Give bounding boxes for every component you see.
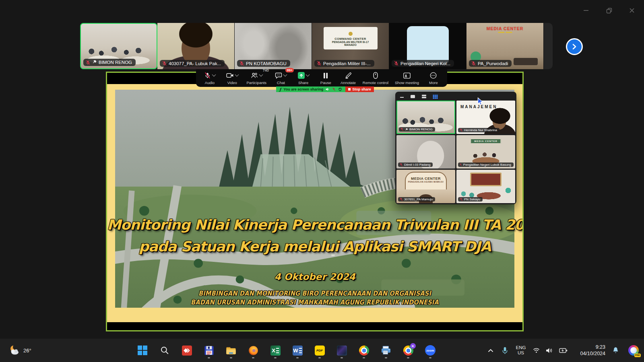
- participants-button[interactable]: 740 Participants: [246, 72, 266, 85]
- participant-name-pill: Dilmil I-03 Padang: [398, 162, 433, 167]
- chrome-profile-button[interactable]: K: [403, 345, 413, 356]
- wifi-button[interactable]: [530, 348, 543, 353]
- chat-options-chevron[interactable]: [283, 73, 287, 77]
- participant-name-pill: BIMON RENOG: [399, 127, 435, 132]
- video-thumbnail-lubuk-pakam[interactable]: 403077_PA- Lubuk Pak...: [157, 23, 235, 69]
- battery-button[interactable]: [555, 348, 571, 353]
- security-shield-icon[interactable]: [338, 87, 342, 91]
- annotate-button[interactable]: Annotate: [340, 72, 356, 85]
- window-minimize-button[interactable]: [578, 5, 594, 16]
- participants-count: 740: [263, 68, 269, 72]
- video-thumbnail-pengadilan-militer[interactable]: COMMAND CENTER PENGADILAN MILITER III-17…: [312, 23, 389, 69]
- copilot-button[interactable]: PRE: [623, 345, 644, 356]
- running-indicator: [208, 357, 210, 358]
- clock-widget[interactable]: 9:23 04/10/2024: [571, 344, 608, 357]
- word-button[interactable]: W: [292, 345, 303, 356]
- courtroom-board: [470, 173, 502, 186]
- zoom-app-button[interactable]: zoom: [425, 345, 436, 356]
- start-button[interactable]: [137, 345, 148, 356]
- pencil-icon: [345, 72, 352, 79]
- gallery-cell-bimon-renog[interactable]: BIMON RENOG: [396, 101, 455, 134]
- chrome-button[interactable]: [359, 345, 369, 356]
- language-switcher[interactable]: ENG US: [512, 345, 530, 356]
- gallery-cell-herninda[interactable]: MANAJEMEN Herninda Nur Shabrina: [456, 101, 515, 134]
- mic-muted-icon: [204, 72, 211, 79]
- gallery-cell-pa-mamuju[interactable]: MEDIA CENTER PENGADILAN AGAMA MAMUJU 307…: [396, 170, 455, 203]
- mic-muted-icon: [459, 163, 462, 167]
- search-button[interactable]: [159, 345, 170, 356]
- zoom-icon: zoom: [425, 345, 436, 356]
- video-options-chevron[interactable]: [235, 73, 239, 77]
- video-thumbnail-pa-purwodadi[interactable]: MEDIA CENTER PA_Purwodadi: [466, 23, 544, 69]
- speaker-view-icon[interactable]: [410, 95, 415, 99]
- chat-button[interactable]: 99+ Chat: [273, 72, 289, 85]
- video-thumbnail-bimon-renog[interactable]: BIMON RENOG: [80, 23, 157, 69]
- slide-title-line2: pada Satuan Kerja melalui Aplikasi SMART…: [107, 239, 522, 255]
- volume-button[interactable]: [543, 348, 555, 354]
- spreadsheet-lines: [276, 348, 279, 353]
- next-participants-button[interactable]: [566, 38, 583, 55]
- participant-name: Herninda Nur Shabrina: [464, 128, 497, 132]
- wifi-icon: [533, 348, 540, 353]
- participant-video-strip: BIMON RENOG 403077_PA- Lubuk Pak... PN K…: [80, 23, 553, 69]
- firefox-button[interactable]: [248, 345, 258, 356]
- restore-icon: [606, 8, 612, 14]
- slide-footer-line2: BADAN URUSAN ADMINISTRASI MAHKAMAH AGUNG…: [107, 298, 522, 306]
- chat-unread-badge: 99+: [285, 68, 294, 73]
- tray-overflow-button[interactable]: [484, 348, 497, 352]
- mic-muted-icon: [85, 60, 91, 65]
- mic-muted-icon[interactable]: [332, 87, 336, 91]
- show-meeting-button[interactable]: Show meeting: [395, 72, 419, 85]
- notifications-button[interactable]: [608, 347, 623, 354]
- running-indicator: [252, 357, 254, 358]
- court-emblem-icon: [349, 32, 353, 36]
- share-button[interactable]: Share: [295, 72, 312, 85]
- gallery-cell-lubuk-basung[interactable]: MEDIA CENTER Pengadilan Negeri Lubuk Bas…: [456, 135, 515, 169]
- participant-name-pill: PN KOTAMOBAGU: [237, 60, 290, 67]
- speaker-icon[interactable]: [326, 87, 330, 91]
- gallery-cell-pn-sekayu[interactable]: PN Sekayu: [456, 170, 515, 203]
- screen-sharing-banner: ƒ You are screen sharing Stop share: [276, 86, 374, 92]
- video-thumbnail-pengadilan-negeri-kol[interactable]: Pengadilan Negeri Kol...: [389, 23, 466, 69]
- window-restore-button[interactable]: [601, 5, 617, 16]
- participant-name: 403077_PA- Lubuk Pak...: [169, 61, 221, 66]
- pause-share-button[interactable]: Pause: [318, 72, 334, 85]
- tray-microphone-button[interactable]: [497, 347, 512, 354]
- minimize-icon[interactable]: [400, 95, 404, 99]
- stop-share-button[interactable]: Stop share: [345, 86, 374, 92]
- strip-view-icon[interactable]: [421, 95, 427, 99]
- finance-app-button[interactable]: [204, 345, 214, 356]
- pdf-reader-button[interactable]: PDF: [314, 345, 325, 356]
- media-app-button[interactable]: [336, 345, 347, 356]
- video-button[interactable]: Video: [224, 72, 240, 85]
- participants-options-chevron[interactable]: [259, 73, 263, 77]
- floating-participants-window[interactable]: BIMON RENOG MANAJEMEN Herninda Nur Shabr…: [395, 92, 516, 204]
- running-indicator: [341, 357, 343, 358]
- printer-app-button[interactable]: [381, 345, 391, 356]
- audio-button[interactable]: Audio: [202, 72, 218, 85]
- participant-name-pill: Herninda Nur Shabrina: [458, 128, 500, 132]
- slide-title-line1: Monitoring Nilai Kinerja Perencanaan Tri…: [107, 217, 522, 233]
- remote-desktop-app-button[interactable]: [182, 345, 192, 356]
- excel-button[interactable]: X: [270, 345, 281, 356]
- file-explorer-button[interactable]: [226, 345, 236, 356]
- sharing-status-segment: ƒ You are screen sharing: [276, 86, 345, 92]
- weather-widget[interactable]: 26°: [9, 339, 31, 362]
- running-indicator: [385, 357, 387, 358]
- more-button[interactable]: More: [425, 72, 442, 85]
- participant-name-pill: BIMON RENOG: [83, 59, 136, 66]
- mic-muted-icon: [162, 61, 167, 66]
- video-thumbnail-pn-kotamobagu[interactable]: PN KOTAMOBAGU: [235, 23, 312, 69]
- audio-options-chevron[interactable]: [212, 73, 216, 77]
- pin-icon: [405, 128, 408, 131]
- window-close-button[interactable]: [624, 5, 640, 16]
- remote-control-button[interactable]: Remote control: [363, 72, 388, 85]
- gallery-cell-dilmil-padang[interactable]: Dilmil I-03 Padang: [396, 135, 455, 169]
- sign-subtext-decoration: [498, 32, 512, 33]
- system-tray: ENG US 9:23 04/10/2024 PRE: [484, 339, 644, 362]
- sign-line: MANADO: [327, 43, 374, 46]
- participant-name: PN KOTAMOBAGU: [246, 61, 287, 66]
- share-options-chevron[interactable]: [305, 73, 310, 77]
- gallery-view-icon[interactable]: [433, 95, 438, 99]
- firefox-icon: [248, 346, 258, 356]
